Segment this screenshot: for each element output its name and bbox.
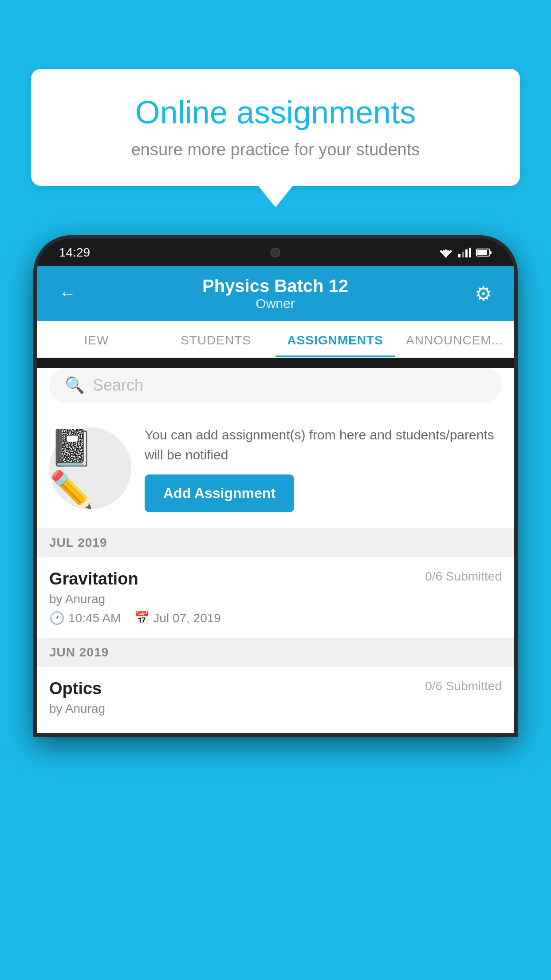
signal-icon	[458, 248, 471, 257]
assignment-top-row-optics: Optics 0/6 Submitted	[49, 679, 502, 698]
tabs-bar: IEW STUDENTS ASSIGNMENTS ANNOUNCEM...	[37, 321, 514, 358]
add-assignment-button[interactable]: Add Assignment	[145, 474, 294, 512]
tab-students[interactable]: STUDENTS	[156, 321, 276, 357]
status-icons	[439, 248, 492, 257]
assignment-date: 📅 Jul 07, 2019	[134, 611, 221, 625]
search-input[interactable]: Search	[93, 376, 143, 395]
assignment-icon-circle: 📓✏️	[49, 427, 131, 510]
header-center: Physics Batch 12 Owner	[202, 276, 348, 311]
svg-rect-9	[490, 251, 492, 254]
month-header-jul: JUL 2019	[37, 529, 514, 557]
month-header-jun: JUN 2019	[37, 638, 514, 667]
promo-text: You can add assignment(s) from here and …	[145, 425, 502, 512]
search-icon: 🔍	[65, 376, 85, 395]
svg-rect-10	[477, 250, 487, 255]
clock-icon: 🕐	[49, 611, 65, 625]
assignment-by-optics: by Anurag	[49, 702, 502, 716]
status-time: 14:29	[59, 245, 90, 260]
promo-description: You can add assignment(s) from here and …	[145, 425, 502, 465]
assignment-meta: 🕐 10:45 AM 📅 Jul 07, 2019	[49, 611, 502, 625]
app-header: ← Physics Batch 12 Owner ⚙	[37, 266, 514, 321]
notch	[227, 239, 324, 266]
assignment-name-optics: Optics	[49, 679, 102, 698]
status-bar: 14:29	[37, 239, 514, 266]
promo-section: 📓✏️ You can add assignment(s) from here …	[37, 412, 514, 529]
svg-rect-4	[458, 254, 460, 257]
header-title: Physics Batch 12	[202, 276, 348, 296]
assignment-name: Gravitation	[49, 569, 138, 589]
battery-icon	[476, 248, 492, 257]
calendar-icon: 📅	[134, 611, 150, 625]
assignment-submitted: 0/6 Submitted	[425, 569, 502, 584]
tab-assignments[interactable]: ASSIGNMENTS	[276, 321, 395, 357]
app-content: 🔍 Search 📓✏️ You can add assignment(s) f…	[37, 368, 514, 733]
svg-rect-7	[469, 248, 471, 257]
wifi-icon	[439, 248, 453, 257]
svg-rect-5	[462, 252, 464, 257]
phone-wrapper: 14:29	[33, 235, 518, 980]
assignment-by: by Anurag	[49, 592, 502, 606]
back-button[interactable]: ←	[59, 284, 76, 303]
tab-announcements[interactable]: ANNOUNCEM...	[395, 321, 514, 357]
assignment-time: 🕐 10:45 AM	[49, 611, 121, 625]
tab-iew[interactable]: IEW	[37, 321, 156, 357]
settings-icon[interactable]: ⚙	[475, 282, 492, 305]
assignment-submitted-optics: 0/6 Submitted	[425, 679, 502, 693]
notebook-icon: 📓✏️	[49, 427, 131, 510]
notch-camera	[271, 248, 280, 257]
phone-frame: 14:29	[33, 235, 518, 737]
speech-bubble: Online assignments ensure more practice …	[31, 69, 520, 186]
assignment-top-row: Gravitation 0/6 Submitted	[49, 569, 502, 589]
bubble-title: Online assignments	[58, 93, 493, 131]
speech-bubble-container: Online assignments ensure more practice …	[31, 69, 520, 186]
bubble-subtitle: ensure more practice for your students	[58, 140, 493, 159]
assignment-item-gravitation[interactable]: Gravitation 0/6 Submitted by Anurag 🕐 10…	[37, 557, 514, 638]
header-owner-label: Owner	[202, 296, 348, 311]
assignment-item-optics[interactable]: Optics 0/6 Submitted by Anurag	[37, 667, 514, 733]
search-bar[interactable]: 🔍 Search	[49, 368, 502, 403]
svg-rect-6	[465, 249, 468, 257]
